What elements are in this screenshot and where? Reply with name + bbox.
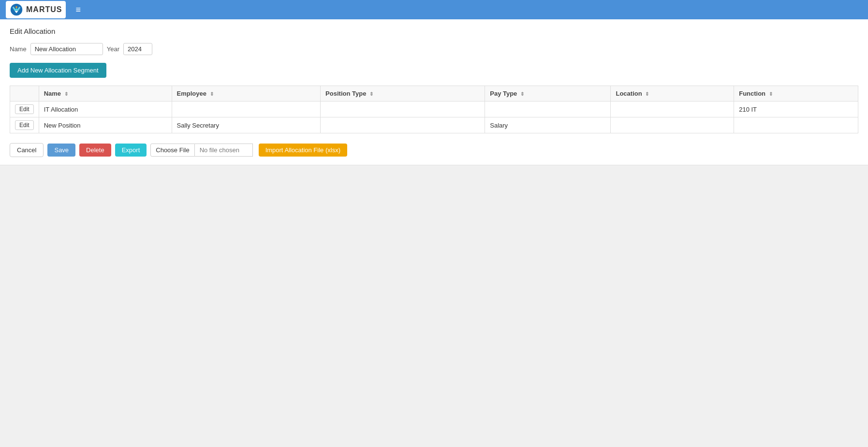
year-label: Year <box>107 45 119 53</box>
edit-row-1-button[interactable]: Edit <box>15 120 34 130</box>
cell-name: IT Allocation <box>39 101 172 117</box>
edit-row-0-button[interactable]: Edit <box>15 104 34 114</box>
table-body: EditIT Allocation210 ITEditNew PositionS… <box>10 101 858 133</box>
cell-name: New Position <box>39 117 172 133</box>
position-type-sort-icon: ⇕ <box>369 91 373 97</box>
hamburger-menu-icon[interactable]: ≡ <box>74 3 83 17</box>
col-header-edit <box>10 86 39 101</box>
add-segment-button[interactable]: Add New Allocation Segment <box>10 63 106 78</box>
cell-pay_type <box>485 101 611 117</box>
logo-container: MARTUS <box>6 1 66 18</box>
location-sort-icon: ⇕ <box>645 91 649 97</box>
main-content: Edit Allocation Name Year Add New Alloca… <box>0 19 868 165</box>
export-button[interactable]: Export <box>115 144 147 157</box>
cell-pay_type: Salary <box>485 117 611 133</box>
file-input-wrapper: Choose File No file chosen <box>150 144 252 157</box>
name-sort-icon: ⇕ <box>64 91 68 97</box>
cancel-button[interactable]: Cancel <box>10 143 44 157</box>
col-header-employee[interactable]: Employee ⇕ <box>172 86 321 101</box>
name-input[interactable] <box>30 43 103 55</box>
cell-function: 210 IT <box>734 101 858 117</box>
cell-employee: Sally Secretary <box>172 117 321 133</box>
col-header-function[interactable]: Function ⇕ <box>734 86 858 101</box>
cell-location <box>611 117 734 133</box>
pay-type-sort-icon: ⇕ <box>520 91 524 97</box>
cell-position_type <box>321 101 485 117</box>
file-name-display: No file chosen <box>195 144 253 157</box>
allocation-table: Name ⇕ Employee ⇕ Position Type ⇕ Pay Ty… <box>10 86 858 133</box>
year-input[interactable] <box>123 43 152 55</box>
svg-point-1 <box>15 6 17 8</box>
allocation-form-row: Name Year <box>10 43 858 55</box>
table-row: EditNew PositionSally SecretarySalary <box>10 117 858 133</box>
logo-text: MARTUS <box>26 5 62 14</box>
table-header: Name ⇕ Employee ⇕ Position Type ⇕ Pay Ty… <box>10 86 858 101</box>
cell-employee <box>172 101 321 117</box>
logo-icon <box>10 3 23 16</box>
col-header-pay-type[interactable]: Pay Type ⇕ <box>485 86 611 101</box>
cell-function <box>734 117 858 133</box>
save-button[interactable]: Save <box>47 144 75 157</box>
col-header-position-type[interactable]: Position Type ⇕ <box>321 86 485 101</box>
cell-position_type <box>321 117 485 133</box>
col-header-name[interactable]: Name ⇕ <box>39 86 172 101</box>
name-label: Name <box>10 45 27 53</box>
import-button[interactable]: Import Allocation File (xlsx) <box>259 144 347 157</box>
col-header-location[interactable]: Location ⇕ <box>611 86 734 101</box>
cell-location <box>611 101 734 117</box>
delete-button[interactable]: Delete <box>79 144 111 157</box>
function-sort-icon: ⇕ <box>769 91 773 97</box>
page-title: Edit Allocation <box>10 27 858 35</box>
footer-actions: Cancel Save Delete Export Choose File No… <box>10 143 858 157</box>
table-row: EditIT Allocation210 IT <box>10 101 858 117</box>
choose-file-button[interactable]: Choose File <box>150 144 194 157</box>
app-header: MARTUS ≡ <box>0 0 868 19</box>
employee-sort-icon: ⇕ <box>210 91 214 97</box>
